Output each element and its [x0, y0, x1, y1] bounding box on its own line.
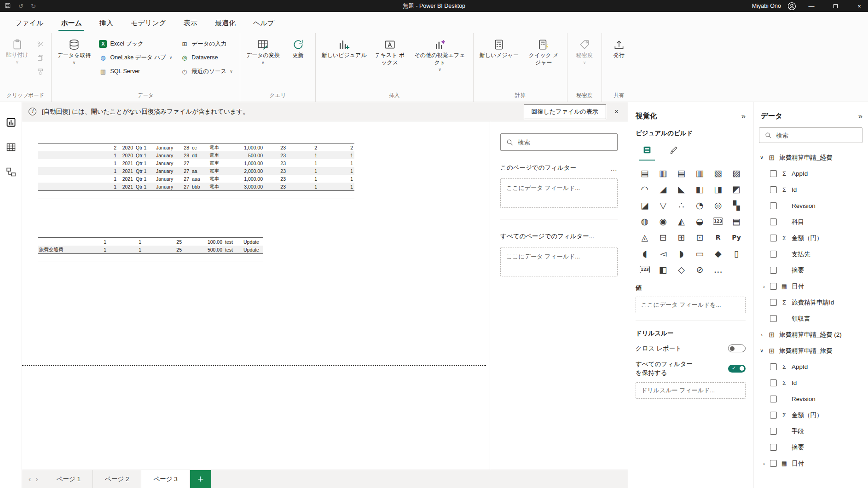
paginated-report-icon[interactable]: ▯: [727, 247, 746, 259]
dataverse-button[interactable]: ◎ Dataverse: [176, 51, 237, 64]
python-visual-icon[interactable]: Py: [727, 231, 746, 243]
stacked-area-chart-icon[interactable]: ◣: [672, 183, 691, 195]
100-stacked-column-chart-icon[interactable]: ▨: [727, 167, 746, 179]
cut-button[interactable]: [33, 38, 48, 51]
menu-tab-home[interactable]: ホーム: [52, 14, 91, 33]
field-table-travel[interactable]: ∨ ⊞ 旅費精算申請_旅費: [753, 343, 868, 359]
field-receipt[interactable]: 領収書: [753, 310, 868, 327]
map-icon[interactable]: ◍: [636, 215, 654, 227]
field-checkbox[interactable]: [770, 428, 777, 435]
ribbon-chart-icon[interactable]: ◩: [727, 183, 746, 195]
field-checkbox[interactable]: [770, 202, 777, 209]
field-checkbox[interactable]: [770, 444, 777, 451]
metrics-icon[interactable]: ◆: [709, 247, 727, 259]
menu-tab-help[interactable]: ヘルプ: [244, 14, 283, 33]
field-date-2[interactable]: › ▦ 日付: [753, 455, 868, 471]
cross-report-toggle[interactable]: [728, 344, 746, 352]
minimize-button[interactable]: —: [803, 0, 820, 12]
decomposition-tree-icon[interactable]: ◅: [654, 247, 672, 259]
more-visuals-options-icon[interactable]: …: [709, 264, 727, 276]
area-chart-icon[interactable]: ◢: [654, 183, 672, 195]
table-icon[interactable]: ⊞: [672, 231, 691, 243]
close-button[interactable]: ×: [851, 0, 868, 12]
new-measure-button[interactable]: 新しいメジャー: [476, 35, 522, 60]
format-visual-tab[interactable]: [666, 143, 682, 161]
save-icon[interactable]: [5, 2, 11, 10]
azure-map-icon[interactable]: ◭: [672, 215, 691, 227]
visual-calculations-icon[interactable]: 123: [636, 264, 654, 276]
filters-search[interactable]: [500, 133, 618, 151]
build-visual-tab[interactable]: [639, 143, 655, 161]
funnel-chart-icon[interactable]: ▽: [654, 199, 672, 211]
expand-chevron-icon[interactable]: ›: [759, 332, 764, 338]
recent-sources-button[interactable]: ◷ 最近のソース ∨: [176, 65, 237, 78]
page-tab-1[interactable]: ページ 1: [45, 470, 93, 488]
matrix-icon[interactable]: ⊡: [690, 231, 709, 243]
show-recovered-files-button[interactable]: 回復したファイルの表示: [524, 104, 606, 119]
field-checkbox[interactable]: [770, 396, 777, 402]
dotted-divider-shape[interactable]: [22, 365, 486, 366]
field-id-2[interactable]: Σ Id: [753, 375, 868, 391]
expand-chevron-icon[interactable]: ›: [761, 461, 767, 466]
field-checkbox[interactable]: [770, 299, 777, 306]
field-id[interactable]: Σ Id: [753, 182, 868, 198]
qa-icon[interactable]: ◗: [672, 247, 691, 259]
field-amount-2[interactable]: Σ 金額（円）: [753, 407, 868, 423]
sql-server-button[interactable]: ▥ SQL Server: [95, 65, 176, 78]
report-view-icon[interactable]: [6, 117, 17, 130]
filters-search-input[interactable]: [518, 139, 612, 146]
field-amount[interactable]: Σ 金額（円）: [753, 230, 868, 246]
donut-chart-icon[interactable]: ◎: [709, 199, 727, 211]
line-stacked-column-chart-icon[interactable]: ◧: [690, 183, 709, 195]
field-method[interactable]: 手段: [753, 423, 868, 439]
field-checkbox[interactable]: [770, 186, 777, 193]
page-tab-2[interactable]: ページ 2: [93, 470, 141, 488]
expand-chevron-icon[interactable]: ∨: [759, 155, 764, 161]
page-tab-3[interactable]: ページ 3: [141, 470, 190, 488]
redo-icon[interactable]: ↻: [31, 3, 36, 9]
clustered-bar-chart-icon[interactable]: ▤: [672, 167, 691, 179]
menu-tab-insert[interactable]: 挿入: [91, 14, 122, 33]
field-checkbox[interactable]: [770, 460, 777, 467]
transform-data-button[interactable]: データの変換 ∨: [243, 35, 283, 66]
card-icon[interactable]: 123: [709, 215, 727, 227]
expand-chevron-icon[interactable]: ›: [761, 284, 767, 289]
enter-data-button[interactable]: ⊞ データの入力: [176, 37, 237, 50]
undo-icon[interactable]: ↺: [18, 3, 23, 9]
filled-map-icon[interactable]: ◉: [654, 215, 672, 227]
drillthrough-dropzone[interactable]: ドリルスルー フィールド...: [636, 382, 746, 399]
multi-row-card-icon[interactable]: ▤: [727, 215, 746, 227]
collapse-pane-icon[interactable]: »: [858, 112, 862, 121]
shape-map-icon[interactable]: ◧: [654, 264, 672, 276]
field-revision-2[interactable]: Revision: [753, 391, 868, 407]
user-avatar-icon[interactable]: [787, 2, 796, 11]
field-kamoku[interactable]: 科目: [753, 214, 868, 230]
expand-chevron-icon[interactable]: ∨: [759, 348, 764, 354]
quick-measure-button[interactable]: クイック メジャー: [523, 35, 564, 67]
smart-narrative-icon[interactable]: ▭: [690, 247, 709, 259]
slicer-icon[interactable]: ⊟: [654, 231, 672, 243]
100-stacked-bar-chart-icon[interactable]: ▧: [709, 167, 727, 179]
field-checkbox[interactable]: [770, 379, 777, 386]
waterfall-chart-icon[interactable]: ◪: [636, 199, 654, 211]
gauge-icon[interactable]: ◒: [690, 215, 709, 227]
field-checkbox[interactable]: [770, 218, 777, 225]
refresh-button[interactable]: 更新: [284, 35, 312, 60]
table-visual-accounts[interactable]: 1125100.00testUpdate 旅費交通費1125500.00test…: [38, 229, 263, 262]
r-script-icon[interactable]: R: [709, 231, 727, 243]
publish-button[interactable]: 発行: [605, 35, 633, 60]
field-table-expenses-2[interactable]: › ⊞ 旅費精算申請_経費 (2): [753, 327, 868, 343]
field-date[interactable]: › ▦ 日付: [753, 278, 868, 294]
field-checkbox[interactable]: [770, 315, 777, 322]
more-options-icon[interactable]: …: [610, 164, 618, 172]
field-revision[interactable]: Revision: [753, 198, 868, 214]
table-view-icon[interactable]: [6, 142, 17, 155]
field-summary[interactable]: 摘要: [753, 262, 868, 278]
field-checkbox[interactable]: [770, 170, 777, 177]
keep-all-filters-toggle[interactable]: ✓: [728, 365, 746, 373]
field-checkbox[interactable]: [770, 235, 777, 241]
close-icon[interactable]: ×: [612, 108, 621, 116]
field-payee[interactable]: 支払先: [753, 246, 868, 262]
text-box-button[interactable]: テキスト ボックス: [371, 35, 409, 67]
previous-page-arrow-icon[interactable]: ‹: [29, 475, 31, 483]
